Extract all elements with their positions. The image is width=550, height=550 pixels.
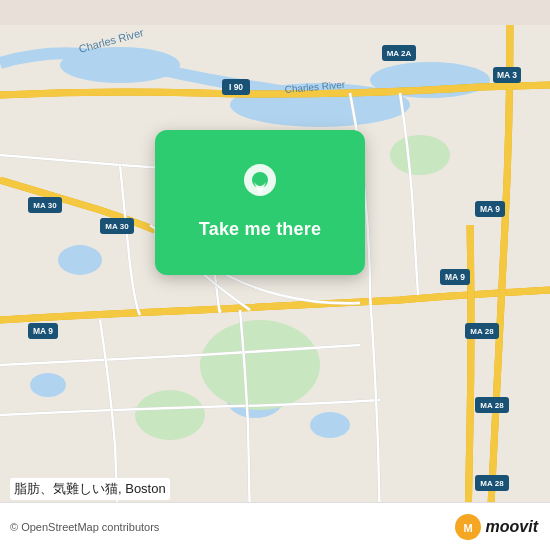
svg-text:MA 9: MA 9 [445, 272, 465, 282]
svg-point-4 [58, 245, 102, 275]
svg-text:MA 28: MA 28 [480, 401, 504, 410]
moovit-logo: M moovit [454, 513, 538, 541]
osm-attribution: © OpenStreetMap contributors [10, 521, 159, 533]
svg-text:MA 3: MA 3 [497, 70, 517, 80]
location-pin-icon [238, 165, 282, 209]
bottom-bar: © OpenStreetMap contributors M moovit [0, 502, 550, 550]
take-me-there-button[interactable]: Take me there [199, 219, 321, 240]
svg-point-7 [310, 412, 350, 438]
svg-text:MA 28: MA 28 [470, 327, 494, 336]
svg-point-10 [390, 135, 450, 175]
svg-point-9 [135, 390, 205, 440]
svg-text:MA 30: MA 30 [33, 201, 57, 210]
location-label: 脂肪、気難しい猫, Boston [10, 478, 170, 500]
svg-text:M: M [463, 522, 472, 534]
map-container: Charles River Charles River I 90 MA 2A M… [0, 0, 550, 550]
moovit-brand-name: moovit [486, 518, 538, 536]
svg-point-5 [30, 373, 66, 397]
svg-text:MA 28: MA 28 [480, 479, 504, 488]
svg-text:MA 9: MA 9 [480, 204, 500, 214]
svg-text:MA 30: MA 30 [105, 222, 129, 231]
svg-text:I 90: I 90 [229, 82, 243, 92]
action-card[interactable]: Take me there [155, 130, 365, 275]
moovit-brand-icon: M [454, 513, 482, 541]
svg-text:MA 9: MA 9 [33, 326, 53, 336]
svg-point-8 [200, 320, 320, 410]
svg-text:MA 2A: MA 2A [387, 49, 412, 58]
svg-point-36 [252, 172, 268, 188]
